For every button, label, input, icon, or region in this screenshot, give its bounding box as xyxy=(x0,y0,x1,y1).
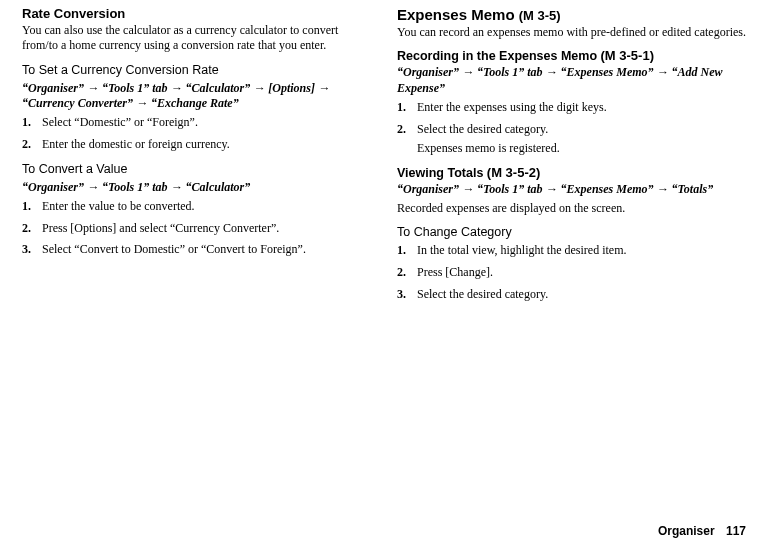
viewing-totals-heading: Viewing Totals (M 3-5-2) xyxy=(397,165,746,180)
convert-value-steps: 1.Enter the value to be converted. 2.Pre… xyxy=(22,199,371,258)
list-item: 2.Select the desired category. xyxy=(397,122,746,138)
change-category-subheading: To Change Category xyxy=(397,224,746,240)
rate-conversion-intro: You can also use the calculator as a cur… xyxy=(22,23,371,54)
left-column: Rate Conversion You can also use the cal… xyxy=(22,6,371,308)
recording-steps: 1.Enter the expenses using the digit key… xyxy=(397,100,746,137)
heading-text: Recording in the Expenses Memo xyxy=(397,49,597,63)
heading-text: Viewing Totals xyxy=(397,166,483,180)
step-text: Press [Options] and select “Currency Con… xyxy=(42,221,279,235)
list-item: 1.In the total view, highlight the desir… xyxy=(397,243,746,259)
heading-code: (M 3-5-1) xyxy=(601,48,654,63)
set-rate-subheading: To Set a Currency Conversion Rate xyxy=(22,62,371,78)
list-item: 1.Enter the expenses using the digit key… xyxy=(397,100,746,116)
viewing-totals-desc: Recorded expenses are displayed on the s… xyxy=(397,201,746,216)
step-text: Enter the expenses using the digit keys. xyxy=(417,100,607,114)
set-rate-steps: 1.Select “Domestic” or “Foreign”. 2.Ente… xyxy=(22,115,371,152)
page-footer: Organiser 117 xyxy=(658,524,746,538)
step-text: Press [Change]. xyxy=(417,265,493,279)
footer-page-number: 117 xyxy=(726,524,746,538)
step-text: Select “Convert to Domestic” or “Convert… xyxy=(42,242,306,256)
step-text: Enter the value to be converted. xyxy=(42,199,195,213)
viewing-totals-nav: “Organiser” → “Tools 1” tab → “Expenses … xyxy=(397,182,746,197)
step-text: Select “Domestic” or “Foreign”. xyxy=(42,115,198,129)
expenses-memo-intro: You can record an expenses memo with pre… xyxy=(397,25,746,40)
heading-text: Expenses Memo xyxy=(397,6,515,23)
heading-code: (M 3-5-2) xyxy=(487,165,540,180)
recording-nav: “Organiser” → “Tools 1” tab → “Expenses … xyxy=(397,65,746,96)
recording-note: Expenses memo is registered. xyxy=(417,141,746,156)
list-item: 3.Select the desired category. xyxy=(397,287,746,303)
heading-code: (M 3-5) xyxy=(519,8,561,23)
list-item: 3.Select “Convert to Domestic” or “Conve… xyxy=(22,242,371,258)
set-rate-nav: “Organiser” → “Tools 1” tab → “Calculato… xyxy=(22,81,371,112)
step-text: Enter the domestic or foreign currency. xyxy=(42,137,230,151)
list-item: 1.Enter the value to be converted. xyxy=(22,199,371,215)
expenses-memo-heading: Expenses Memo (M 3-5) xyxy=(397,6,746,23)
list-item: 2.Press [Options] and select “Currency C… xyxy=(22,221,371,237)
step-text: In the total view, highlight the desired… xyxy=(417,243,627,257)
change-category-steps: 1.In the total view, highlight the desir… xyxy=(397,243,746,302)
list-item: 2.Press [Change]. xyxy=(397,265,746,281)
convert-value-subheading: To Convert a Value xyxy=(22,161,371,177)
list-item: 1.Select “Domestic” or “Foreign”. xyxy=(22,115,371,131)
list-item: 2.Enter the domestic or foreign currency… xyxy=(22,137,371,153)
footer-section: Organiser xyxy=(658,524,715,538)
step-text: Select the desired category. xyxy=(417,287,548,301)
recording-heading: Recording in the Expenses Memo (M 3-5-1) xyxy=(397,48,746,63)
convert-value-nav: “Organiser” → “Tools 1” tab → “Calculato… xyxy=(22,180,371,195)
step-text: Select the desired category. xyxy=(417,122,548,136)
rate-conversion-heading: Rate Conversion xyxy=(22,6,371,21)
right-column: Expenses Memo (M 3-5) You can record an … xyxy=(397,6,746,308)
